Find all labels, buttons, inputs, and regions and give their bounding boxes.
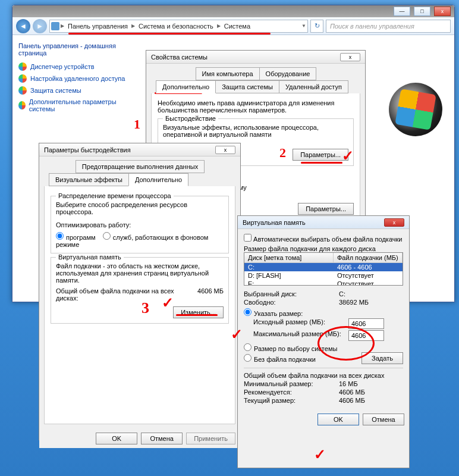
vm-total-value: 4606 МБ — [197, 287, 224, 302]
dialog-titlebar: Виртуальная память x — [238, 216, 409, 229]
scheduling-group: Распределение времени процессора Выберит… — [51, 196, 229, 253]
optimize-label: Оптимизировать работу: — [56, 221, 224, 228]
checkbox-label: Автоматически выбирать объем файла подка… — [253, 236, 402, 243]
sidebar-heading: Панель управления - домашняя страница — [18, 42, 125, 57]
cur-value: 4606 МБ — [339, 397, 365, 404]
cell: E: — [248, 280, 337, 286]
change-vm-button[interactable]: Изменить... — [173, 306, 224, 318]
disk-row[interactable]: D: [FLASH]Отсутствует — [244, 271, 403, 280]
tab-remote[interactable]: Удаленный доступ — [279, 80, 348, 93]
rec-value: 4606 МБ — [339, 389, 365, 396]
crumb[interactable]: Система и безопасность — [136, 21, 216, 31]
radio-input[interactable] — [244, 308, 251, 316]
maximize-button[interactable]: □ — [414, 7, 430, 16]
tab-dep[interactable]: Предотвращение выполнения данных — [76, 160, 205, 173]
cell: C: — [248, 264, 337, 271]
windows-logo-icon — [389, 83, 442, 136]
free-label: Свободно: — [244, 299, 339, 306]
crumb[interactable]: Панель управления — [65, 21, 130, 31]
min-label: Минимальный размер: — [244, 380, 339, 387]
ok-button[interactable]: OK — [317, 414, 359, 425]
chevron-right-icon: ▶ — [131, 23, 135, 29]
group-title: Виртуальная память — [56, 253, 124, 261]
disk-row[interactable]: E:Отсутствует — [244, 280, 403, 286]
chevron-right-icon: ▶ — [217, 23, 221, 29]
tab-computer-name[interactable]: Имя компьютера — [196, 67, 260, 80]
sidebar-item-label: Дополнительные параметры системы — [29, 98, 125, 112]
vm-total-label: Общий объем файла подкачки на всех диска… — [56, 287, 197, 302]
annotation-underline — [176, 314, 218, 316]
tab-protection[interactable]: Защита системы — [215, 80, 279, 93]
radio-input[interactable] — [244, 343, 251, 351]
apply-button[interactable]: Применить — [186, 433, 235, 444]
radio-input[interactable] — [56, 232, 64, 240]
radio-programs[interactable]: программ — [56, 234, 96, 241]
close-button[interactable]: x — [215, 146, 235, 154]
performance-settings-button[interactable]: Параметры... — [293, 149, 348, 161]
cur-label: Текущий размер: — [244, 397, 339, 404]
list-header: Диск [метка тома] Файл подкачки (МБ) — [244, 253, 403, 263]
cell: Отсутствует — [337, 272, 374, 279]
admin-note: Необходимо иметь права администратора дл… — [158, 99, 354, 114]
computer-icon — [51, 22, 59, 30]
sidebar-system-protection[interactable]: Защита системы — [18, 86, 125, 95]
annotation-underline — [301, 162, 342, 164]
address-bar[interactable]: ▶ Панель управления ▶ Система и безопасн… — [49, 20, 308, 33]
dialog-footer: OK Отмена Применить — [39, 429, 240, 448]
tab-advanced[interactable]: Дополнительно — [156, 80, 216, 93]
shield-icon — [18, 74, 27, 83]
annotation-check-icon: ✓ — [314, 446, 326, 463]
back-button[interactable]: ◄ — [16, 19, 30, 33]
tab-visual-effects[interactable]: Визуальные эффекты — [49, 173, 129, 186]
min-value: 16 МБ — [339, 380, 358, 387]
window-frame-top: — □ x — [12, 5, 454, 17]
auto-manage-checkbox[interactable]: Автоматически выбирать объем файла подка… — [244, 236, 402, 243]
radio-label: программ — [66, 234, 96, 241]
minimize-button[interactable]: — — [394, 7, 410, 16]
annotation-check-icon: ✓ — [342, 148, 354, 164]
ok-button[interactable]: OK — [96, 433, 137, 444]
dialog-titlebar: Параметры быстродействия x — [39, 143, 240, 156]
total-title: Общий объем файла подкачки на всех диска… — [244, 372, 403, 379]
col-pagefile: Файл подкачки (МБ) — [334, 253, 403, 262]
sel-disk-label: Выбранный диск: — [244, 290, 339, 298]
forward-button[interactable]: ► — [33, 19, 47, 33]
group-desc: Выберите способ распределения ресурсов п… — [56, 201, 224, 215]
sel-disk-value: C: — [339, 290, 345, 298]
radio-custom-size[interactable]: Указать размер: — [244, 308, 403, 317]
close-button[interactable]: x — [340, 53, 360, 61]
cell: 4606 - 4606 — [337, 264, 372, 271]
shield-icon — [18, 62, 27, 71]
shield-icon — [18, 86, 27, 95]
tab-hardware[interactable]: Оборудование — [259, 67, 317, 80]
cell: Отсутствует — [337, 280, 374, 286]
radio-input[interactable] — [103, 232, 111, 240]
search-input[interactable]: Поиск в панели управления — [326, 20, 451, 33]
vm-desc: Файл подкачки - это область на жестком д… — [56, 262, 224, 284]
radio-input[interactable] — [244, 354, 251, 362]
disk-row[interactable]: C:4606 - 4606 — [244, 263, 403, 271]
group-desc: Визуальные эффекты, использование процес… — [163, 124, 348, 138]
tab-advanced[interactable]: Дополнительно — [128, 173, 188, 186]
chevron-down-icon[interactable]: ▼ — [301, 23, 306, 29]
free-value: 38692 МБ — [339, 299, 369, 306]
cancel-button[interactable]: Отмена — [363, 414, 404, 425]
dialog-title: Виртуальная память — [243, 219, 306, 226]
close-button[interactable]: x — [384, 218, 404, 227]
sidebar-device-manager[interactable]: Диспетчер устройств — [18, 62, 125, 71]
chevron-right-icon: ▶ — [61, 23, 64, 29]
dialog-title: Параметры быстродействия — [44, 146, 131, 154]
checkbox-input[interactable] — [244, 234, 251, 242]
dialog-titlebar: Свойства системы x — [146, 51, 365, 64]
sidebar-advanced-settings[interactable]: Дополнительные параметры системы — [18, 98, 125, 112]
size-each-label: Размер файла подкачки для каждого диска — [244, 245, 403, 252]
col-disk: Диск [метка тома] — [244, 253, 334, 262]
dialog-title: Свойства системы — [151, 54, 208, 61]
disk-list[interactable]: Диск [метка тома] Файл подкачки (МБ) C:4… — [244, 252, 403, 286]
refresh-button[interactable]: ↻ — [310, 20, 323, 33]
crumb[interactable]: Система — [222, 21, 253, 31]
close-button[interactable]: x — [434, 7, 451, 16]
cancel-button[interactable]: Отмена — [141, 433, 183, 444]
profile-settings-button[interactable]: Параметры... — [298, 203, 354, 215]
sidebar-remote-access[interactable]: Настройка удаленного доступа — [18, 74, 125, 83]
